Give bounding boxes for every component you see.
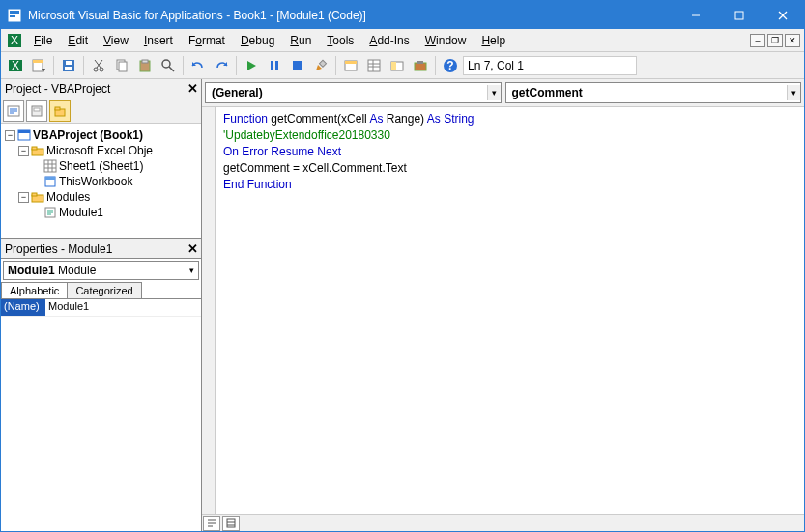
svg-rect-32 xyxy=(293,61,302,70)
properties-grid[interactable]: (Name) Module1 xyxy=(1,299,201,531)
svg-rect-16 xyxy=(65,67,72,70)
svg-point-19 xyxy=(94,68,98,71)
full-module-view-button[interactable] xyxy=(222,516,240,531)
menu-help[interactable]: Help xyxy=(474,32,513,49)
worksheet-icon xyxy=(43,159,57,173)
svg-rect-15 xyxy=(66,61,72,65)
workbook-icon xyxy=(43,175,57,188)
svg-rect-34 xyxy=(319,60,326,67)
project-explorer-button[interactable] xyxy=(340,55,361,76)
svg-rect-58 xyxy=(32,147,37,150)
svg-rect-37 xyxy=(368,60,380,71)
object-combo-value: (General) xyxy=(212,86,263,99)
run-button[interactable] xyxy=(241,55,262,76)
find-button[interactable] xyxy=(158,55,179,76)
paste-button[interactable] xyxy=(134,55,156,76)
property-row[interactable]: (Name) Module1 xyxy=(1,299,201,317)
menu-file[interactable]: File xyxy=(26,32,60,49)
code-editor[interactable]: Function getComment(xCell As Range) As S… xyxy=(216,107,804,514)
object-type: Module xyxy=(58,264,96,277)
svg-rect-67 xyxy=(32,193,37,196)
reset-button[interactable] xyxy=(287,55,308,76)
svg-rect-12 xyxy=(33,60,43,63)
svg-rect-75 xyxy=(227,519,235,527)
chevron-down-icon: ▾ xyxy=(487,85,501,100)
collapse-icon[interactable]: − xyxy=(18,146,29,156)
object-combo[interactable]: (General) ▾ xyxy=(205,82,502,103)
view-object-button[interactable] xyxy=(26,100,47,122)
tree-modules[interactable]: Modules xyxy=(46,190,90,204)
object-selector[interactable]: Module1 Module ▾ xyxy=(3,261,199,280)
procedure-view-button[interactable] xyxy=(203,516,220,531)
menu-format[interactable]: Format xyxy=(181,32,233,49)
svg-marker-29 xyxy=(247,61,256,70)
title-bar: Microsoft Visual Basic for Applications … xyxy=(1,1,804,29)
tree-excel-objects[interactable]: Microsoft Excel Obje xyxy=(46,144,153,157)
copy-button[interactable] xyxy=(111,55,132,76)
help-button[interactable]: ? xyxy=(440,55,461,76)
toolbox-button[interactable] xyxy=(410,55,431,76)
svg-text:?: ? xyxy=(446,59,453,72)
property-value[interactable]: Module1 xyxy=(45,299,201,316)
svg-rect-31 xyxy=(275,61,278,70)
insert-module-button[interactable] xyxy=(28,55,49,76)
menu-addins[interactable]: Add-Ins xyxy=(361,32,417,49)
svg-rect-24 xyxy=(142,60,148,63)
collapse-icon[interactable]: − xyxy=(18,192,29,203)
mdi-minimize-button[interactable]: – xyxy=(750,34,765,47)
project-panel-title: Project - VBAProject xyxy=(5,82,184,96)
menu-tools[interactable]: Tools xyxy=(319,32,361,49)
undo-button[interactable] xyxy=(187,55,209,76)
svg-point-20 xyxy=(100,68,103,71)
tree-sheet1[interactable]: Sheet1 (Sheet1) xyxy=(59,159,143,173)
minimize-button[interactable] xyxy=(674,1,717,29)
save-button[interactable] xyxy=(58,55,79,76)
menu-view[interactable]: View xyxy=(96,32,136,49)
cut-button[interactable] xyxy=(88,55,109,76)
code-view-buttons xyxy=(202,514,804,531)
tab-categorized[interactable]: Categorized xyxy=(67,282,141,298)
tab-alphabetic[interactable]: Alphabetic xyxy=(1,282,68,298)
break-button[interactable] xyxy=(264,55,285,76)
toggle-folders-button[interactable] xyxy=(49,100,71,122)
menu-debug[interactable]: Debug xyxy=(233,32,282,49)
mdi-restore-button[interactable]: ❐ xyxy=(767,34,783,47)
design-mode-button[interactable] xyxy=(310,55,331,76)
view-code-button[interactable] xyxy=(3,100,24,122)
menu-edit[interactable]: Edit xyxy=(60,32,96,49)
properties-panel-close-button[interactable]: ✕ xyxy=(184,240,201,258)
tree-root[interactable]: VBAProject (Book1) xyxy=(33,128,143,142)
properties-window-button[interactable] xyxy=(363,55,385,76)
svg-rect-42 xyxy=(391,62,396,70)
collapse-icon[interactable]: − xyxy=(5,130,15,141)
svg-rect-65 xyxy=(45,177,55,180)
svg-text:X: X xyxy=(11,34,18,47)
properties-panel-header: Properties - Module1 ✕ xyxy=(1,239,201,259)
object-browser-button[interactable] xyxy=(387,55,408,76)
svg-rect-52 xyxy=(34,108,40,111)
redo-button[interactable] xyxy=(211,55,232,76)
svg-rect-2 xyxy=(10,15,15,17)
svg-rect-22 xyxy=(119,62,127,71)
close-button[interactable] xyxy=(761,1,804,29)
project-toolbar xyxy=(1,98,201,124)
mdi-close-button[interactable]: ✕ xyxy=(785,34,800,47)
svg-rect-43 xyxy=(415,63,426,70)
project-panel-close-button[interactable]: ✕ xyxy=(184,80,201,98)
svg-rect-4 xyxy=(735,12,743,19)
procedure-combo[interactable]: getComment ▾ xyxy=(505,82,802,103)
property-name: (Name) xyxy=(1,299,45,316)
svg-text:X: X xyxy=(12,59,19,72)
menu-run[interactable]: Run xyxy=(282,32,319,49)
code-margin[interactable] xyxy=(202,107,216,514)
project-tree[interactable]: − VBAProject (Book1) − Microsoft Excel O… xyxy=(1,124,201,239)
tree-thisworkbook[interactable]: ThisWorkbook xyxy=(59,175,132,188)
svg-point-25 xyxy=(162,60,170,68)
menu-insert[interactable]: Insert xyxy=(136,32,181,49)
tree-module1[interactable]: Module1 xyxy=(59,206,103,219)
view-excel-button[interactable]: X xyxy=(5,55,26,76)
maximize-button[interactable] xyxy=(717,1,761,29)
menu-window[interactable]: Window xyxy=(417,32,474,49)
svg-rect-30 xyxy=(271,61,273,70)
properties-panel-title: Properties - Module1 xyxy=(5,242,184,256)
